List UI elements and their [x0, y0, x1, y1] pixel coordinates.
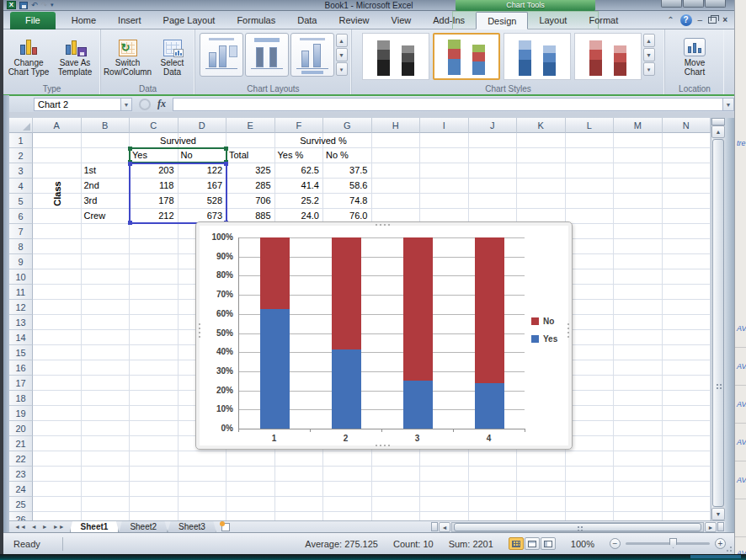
cell-B25[interactable] — [82, 497, 131, 512]
cell-N6[interactable] — [663, 209, 711, 224]
cell-H4[interactable] — [372, 179, 421, 194]
cell-A8[interactable] — [33, 239, 82, 254]
cell-G25[interactable] — [323, 497, 372, 512]
cell-H26[interactable] — [372, 512, 421, 520]
vertical-scrollbar[interactable]: ▲ ▼ — [711, 118, 725, 520]
cell-M25[interactable] — [614, 497, 663, 512]
vertical-split-handle[interactable] — [711, 118, 725, 125]
cell-M22[interactable] — [614, 451, 663, 467]
embedded-chart[interactable]: 0%10%20%30%40%50%60%70%80%90%100%1234NoY… — [195, 221, 573, 450]
cell-N23[interactable] — [663, 467, 711, 482]
cell-L16[interactable] — [566, 360, 615, 376]
ribbon-tab-add-ins[interactable]: Add-Ins — [422, 12, 476, 29]
cell-A21[interactable] — [33, 436, 82, 451]
cell-C26[interactable] — [130, 512, 179, 520]
zoom-slider-thumb[interactable] — [669, 538, 677, 548]
cell-N9[interactable] — [663, 254, 711, 269]
cell-G5[interactable]: 74.8 — [323, 194, 372, 209]
insert-function-icon[interactable]: fx — [157, 98, 166, 110]
cell-L23[interactable] — [566, 467, 615, 482]
cell-L13[interactable] — [566, 315, 615, 330]
cell-B2[interactable] — [82, 148, 131, 163]
column-header-J[interactable]: J — [469, 118, 518, 133]
cell-M16[interactable] — [614, 360, 663, 376]
cell-I22[interactable] — [420, 451, 469, 467]
row-header-21[interactable]: 21 — [9, 436, 33, 451]
name-box-dropdown-icon[interactable]: ▼ — [121, 98, 132, 111]
cell-B11[interactable] — [82, 285, 131, 300]
cell-J5[interactable] — [469, 194, 518, 209]
name-box[interactable]: Chart 2 — [34, 98, 121, 111]
cell-N4[interactable] — [663, 179, 711, 194]
insert-worksheet-tab[interactable] — [216, 521, 235, 532]
layouts-scroll-down-icon[interactable]: ▼ — [336, 48, 348, 61]
row-header-2[interactable]: 2 — [9, 148, 33, 163]
cell-I4[interactable] — [420, 179, 469, 194]
row-header-10[interactable]: 10 — [9, 269, 33, 285]
styles-scroll-down-icon[interactable]: ▼ — [643, 48, 655, 61]
cell-C11[interactable] — [130, 285, 179, 300]
cell-L10[interactable] — [566, 269, 615, 285]
resize-grip-icon[interactable] — [724, 544, 733, 552]
cell-A1[interactable] — [33, 133, 82, 148]
cell-D25[interactable] — [179, 497, 227, 512]
cell-J2[interactable] — [469, 148, 518, 163]
cell-N13[interactable] — [663, 315, 711, 330]
row-header-25[interactable]: 25 — [9, 497, 33, 512]
cell-A18[interactable] — [33, 391, 82, 406]
cell-M2[interactable] — [614, 148, 663, 163]
cell-L20[interactable] — [566, 421, 615, 436]
column-header-C[interactable]: C — [130, 118, 179, 133]
zoom-out-icon[interactable]: − — [610, 538, 621, 549]
help-icon[interactable]: ? — [680, 14, 692, 26]
cell-B21[interactable] — [82, 436, 131, 451]
cell-C14[interactable] — [130, 330, 179, 345]
ribbon-tab-home[interactable]: Home — [61, 12, 107, 29]
expand-formula-bar-icon[interactable]: ▼ — [722, 98, 734, 111]
ribbon-tab-data[interactable]: Data — [286, 12, 328, 29]
cell-D26[interactable] — [179, 512, 227, 520]
cell-A13[interactable] — [33, 315, 82, 330]
cell-N19[interactable] — [663, 406, 711, 421]
page-layout-view-button[interactable] — [525, 537, 540, 550]
cell-M26[interactable] — [614, 512, 663, 520]
cell-K26[interactable] — [517, 512, 566, 520]
cell-A12[interactable] — [33, 300, 82, 315]
cell-N15[interactable] — [663, 345, 711, 360]
cell-I5[interactable] — [420, 194, 469, 209]
cell-G4[interactable]: 58.6 — [323, 179, 372, 194]
cell-B9[interactable] — [82, 254, 131, 269]
cell-B22[interactable] — [82, 451, 131, 467]
cell-M6[interactable] — [614, 209, 663, 224]
cell-B10[interactable] — [82, 269, 131, 285]
row-header-20[interactable]: 20 — [9, 421, 33, 436]
cell-N17[interactable] — [663, 376, 711, 391]
cell-L7[interactable] — [566, 224, 615, 239]
cell-L6[interactable] — [566, 209, 615, 224]
cell-F25[interactable] — [275, 497, 324, 512]
bar-segment-no-cat3[interactable] — [403, 237, 433, 381]
row-header-8[interactable]: 8 — [9, 239, 33, 254]
cell-N16[interactable] — [663, 360, 711, 376]
cell-M11[interactable] — [614, 285, 663, 300]
cell-N25[interactable] — [663, 497, 711, 512]
cell-N18[interactable] — [663, 391, 711, 406]
cell-K23[interactable] — [517, 467, 566, 482]
cell-J25[interactable] — [469, 497, 518, 512]
cell-M15[interactable] — [614, 345, 663, 360]
minimize-window-button[interactable] — [661, 0, 682, 8]
page-break-view-button[interactable] — [541, 537, 556, 550]
close-workbook-icon[interactable]: × — [722, 14, 727, 26]
ribbon-tab-layout[interactable]: Layout — [528, 12, 578, 29]
close-window-button[interactable] — [705, 0, 726, 8]
scroll-down-icon[interactable]: ▼ — [711, 508, 725, 520]
cell-C21[interactable] — [130, 436, 179, 451]
cell-A11[interactable] — [33, 285, 82, 300]
cell-H23[interactable] — [372, 467, 421, 482]
cell-N12[interactable] — [663, 300, 711, 315]
cell-K2[interactable] — [517, 148, 566, 163]
merged-cell-survived[interactable]: Survived — [130, 133, 226, 148]
cell-L12[interactable] — [566, 300, 615, 315]
column-header-D[interactable]: D — [179, 118, 227, 133]
cell-H5[interactable] — [372, 194, 421, 209]
